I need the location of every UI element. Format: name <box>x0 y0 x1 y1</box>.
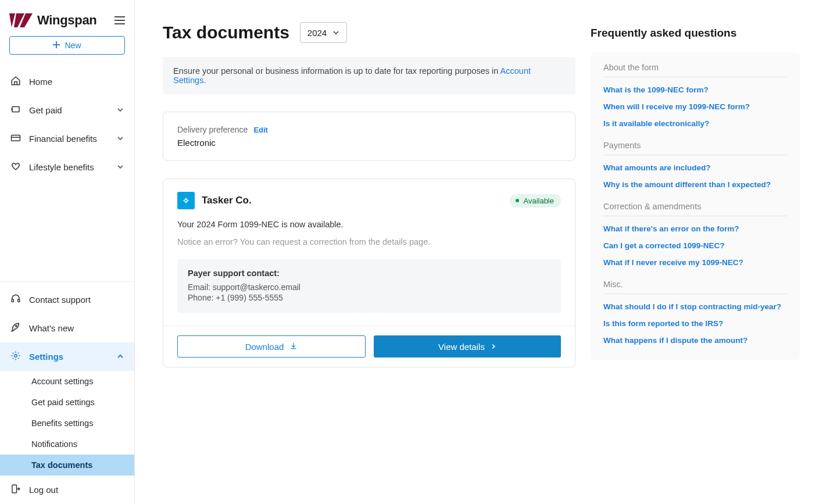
brand[interactable]: Wingspan <box>9 13 97 28</box>
logout-icon <box>10 484 21 496</box>
company-avatar-icon <box>177 192 195 209</box>
delivery-preference-card: Delivery preference Edit Electronic <box>163 112 575 161</box>
sidebar-item-label: Financial benefits <box>29 134 109 144</box>
tax-document-card: Tasker Co. Available Your 2024 Form 1099… <box>163 178 575 367</box>
faq-group-misc: Misc. What should I do if I stop contrac… <box>603 280 787 345</box>
faq-link[interactable]: Why is the amount different than I expec… <box>603 180 787 189</box>
svg-rect-6 <box>12 135 20 141</box>
form-correction-note: Notice an error? You can request a corre… <box>177 237 561 246</box>
sub-item-get-paid-settings[interactable]: Get paid settings <box>0 392 134 413</box>
svg-rect-9 <box>18 299 20 302</box>
company-name: Tasker Co. <box>202 195 252 206</box>
faq-link[interactable]: What should I do if I stop contracting m… <box>603 302 787 311</box>
new-button-label: New <box>65 41 81 50</box>
chevron-up-icon <box>117 352 124 362</box>
form-available-message: Your 2024 Form 1099-NEC is now available… <box>177 220 561 229</box>
faq-title: Frequently asked questions <box>591 22 800 40</box>
delivery-pref-value: Electronic <box>177 138 561 148</box>
sidebar-item-contact-support[interactable]: Contact support <box>0 285 134 314</box>
sidebar-item-logout[interactable]: Log out <box>0 476 134 504</box>
faq-link[interactable]: Is this form reported to the IRS? <box>603 319 787 328</box>
page-title: Tax documents <box>163 23 289 42</box>
card-icon <box>10 133 21 145</box>
faq-link[interactable]: Is it available electronically? <box>603 119 787 128</box>
svg-point-13 <box>185 199 188 202</box>
download-button-label: Download <box>245 342 284 352</box>
home-icon <box>10 76 21 88</box>
faq-group-corrections: Correction & amendments What if there's … <box>603 202 787 267</box>
faq-heading: About the form <box>603 63 787 77</box>
brand-name: Wingspan <box>37 13 97 28</box>
main-area: Tax documents 2024 Ensure your personal … <box>135 0 837 504</box>
sidebar-item-financial-benefits[interactable]: Financial benefits <box>0 124 134 153</box>
sidebar-item-label: Log out <box>29 485 124 495</box>
view-details-label: View details <box>438 342 485 352</box>
sidebar-item-home[interactable]: Home <box>0 67 134 96</box>
faq-link[interactable]: What is the 1099-NEC form? <box>603 85 787 94</box>
svg-rect-8 <box>12 299 13 302</box>
download-button[interactable]: Download <box>177 335 366 358</box>
sidebar-item-lifestyle-benefits[interactable]: Lifestyle benefits <box>0 153 134 181</box>
delivery-pref-label: Delivery preference <box>177 125 248 134</box>
headset-icon <box>10 294 21 306</box>
faq-heading: Payments <box>603 141 787 155</box>
sub-item-notifications[interactable]: Notifications <box>0 434 134 455</box>
faq-link[interactable]: When will I receive my 1099-NEC form? <box>603 102 787 111</box>
info-banner-text: Ensure your personal or business informa… <box>173 66 500 76</box>
sidebar-item-label: Settings <box>29 352 109 362</box>
sidebar-item-label: What's new <box>29 323 124 333</box>
faq-link[interactable]: What if I never receive my 1099-NEC? <box>603 258 787 267</box>
year-value: 2024 <box>307 28 327 38</box>
gear-icon <box>10 351 21 363</box>
status-badge: Available <box>510 194 561 208</box>
download-icon <box>289 342 298 352</box>
sidebar-item-label: Home <box>29 77 124 87</box>
faq-link[interactable]: What amounts are included? <box>603 163 787 172</box>
chevron-down-icon <box>332 28 339 38</box>
nav-primary: Home Get paid Financial benefits Lifesty… <box>0 64 134 181</box>
edit-delivery-link[interactable]: Edit <box>253 126 268 134</box>
nav-secondary: Contact support What's new Settings Acco… <box>0 282 134 504</box>
brand-logo-icon <box>9 13 33 27</box>
faq-heading: Correction & amendments <box>603 202 787 216</box>
heart-icon <box>10 161 21 173</box>
money-in-icon <box>10 104 21 116</box>
support-email: Email: support@taskerco.email <box>188 283 550 292</box>
rocket-icon <box>10 322 21 334</box>
chevron-right-icon <box>491 342 496 352</box>
faq-box: About the form What is the 1099-NEC form… <box>591 52 800 360</box>
faq-link[interactable]: What happens if I dispute the amount? <box>603 336 787 345</box>
sidebar-item-label: Lifestyle benefits <box>29 162 109 172</box>
chevron-down-icon <box>117 163 124 172</box>
settings-submenu: Account settings Get paid settings Benef… <box>0 371 134 476</box>
sub-item-account-settings[interactable]: Account settings <box>0 371 134 392</box>
status-dot-icon <box>516 199 519 202</box>
chevron-down-icon <box>117 134 124 144</box>
sidebar-item-label: Get paid <box>29 105 109 115</box>
sidebar-item-label: Contact support <box>29 295 124 305</box>
year-selector[interactable]: 2024 <box>300 22 347 43</box>
plus-icon <box>53 41 60 50</box>
svg-rect-5 <box>12 107 19 112</box>
chevron-down-icon <box>117 106 124 115</box>
sidebar-item-settings[interactable]: Settings <box>0 342 134 371</box>
menu-toggle-icon[interactable] <box>115 16 125 24</box>
content-column: Tax documents 2024 Ensure your personal … <box>163 22 575 481</box>
faq-heading: Misc. <box>603 280 787 294</box>
action-row: Download View details <box>163 326 575 367</box>
sub-item-tax-documents[interactable]: Tax documents <box>0 455 134 476</box>
faq-group-payments: Payments What amounts are included? Why … <box>603 141 787 189</box>
svg-rect-12 <box>12 485 17 493</box>
info-banner: Ensure your personal or business informa… <box>163 57 575 94</box>
support-contact-box: Payer support contact: Email: support@ta… <box>177 259 561 313</box>
new-button[interactable]: New <box>9 36 125 55</box>
faq-column: Frequently asked questions About the for… <box>591 22 800 481</box>
status-text: Available <box>523 196 554 205</box>
sidebar-item-whats-new[interactable]: What's new <box>0 314 134 342</box>
sidebar-item-get-paid[interactable]: Get paid <box>0 96 134 124</box>
sidebar: Wingspan New Home Get paid <box>0 0 135 504</box>
faq-link[interactable]: What if there's an error on the form? <box>603 224 787 233</box>
view-details-button[interactable]: View details <box>374 335 561 358</box>
faq-link[interactable]: Can I get a corrected 1099-NEC? <box>603 241 787 250</box>
sub-item-benefits-settings[interactable]: Benefits settings <box>0 413 134 434</box>
